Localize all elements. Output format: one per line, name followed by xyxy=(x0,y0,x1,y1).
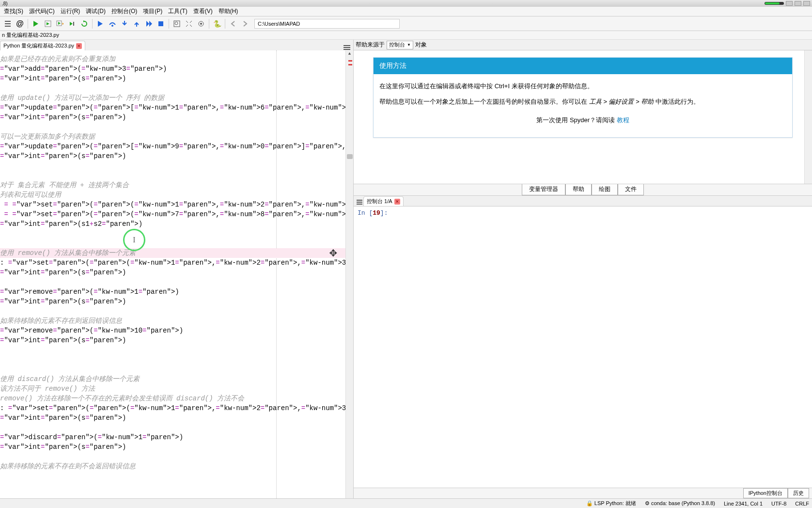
status-conda: ⚙ conda: base (Python 3.8.8) xyxy=(645,500,715,507)
step-out-icon[interactable] xyxy=(131,18,142,30)
svg-rect-23 xyxy=(357,200,362,201)
run-cell-icon[interactable] xyxy=(42,18,54,30)
code-comment: 使用 update() 方法可以一次添加一个 序列 的数据 xyxy=(0,93,353,103)
tab-history[interactable]: 历史 xyxy=(788,488,809,498)
hamburger-icon[interactable] xyxy=(344,45,350,50)
menu-tools[interactable]: 工具(T) xyxy=(165,6,190,16)
help-p1: 在这里你可以通过在编辑器或者终端中按 Ctrl+I 来获得任何对象的帮助信息。 xyxy=(379,81,786,92)
editor-tab-label: Python 量化编程基础-2023.py xyxy=(3,42,74,49)
help-p2: 帮助信息可以在一个对象之后加上一个左圆括号的时候自动显示。你可以在 工具 > 偏… xyxy=(379,96,786,107)
code-editor[interactable]: 如果是已经存在的元素则不会重复添加="var">add="paren">(="k… xyxy=(0,50,353,498)
svg-rect-24 xyxy=(357,202,362,203)
step-over-icon[interactable] xyxy=(107,18,118,30)
at-icon[interactable]: @ xyxy=(14,18,26,30)
tab-ipython-console[interactable]: IPython控制台 xyxy=(743,488,788,498)
status-eol: CRLF xyxy=(795,501,809,507)
code-line: ="var">update="paren">(="paren">[="kw-nu… xyxy=(0,103,353,112)
svg-rect-21 xyxy=(344,47,350,48)
tab-files[interactable]: 文件 xyxy=(618,183,644,195)
run-file-icon[interactable] xyxy=(30,18,42,30)
menu-help[interactable]: 帮助(H) xyxy=(216,6,241,16)
python-path-icon[interactable]: 🐍 xyxy=(211,18,223,30)
status-encoding: UTF-8 xyxy=(771,501,786,507)
forward-icon[interactable] xyxy=(239,18,251,30)
console-prompt: In [19]: xyxy=(358,209,388,217)
outline-icon[interactable] xyxy=(2,18,14,30)
continue-icon[interactable] xyxy=(143,18,155,30)
code-comment: 如果是已经存在的元素则不会重复添加 xyxy=(0,54,353,64)
menu-console[interactable]: 控制台(O) xyxy=(109,6,140,16)
statusbar: 🔒 LSP Python: 就绪 ⚙ conda: base (Python 3… xyxy=(0,498,812,508)
code-blank xyxy=(0,355,353,365)
close-button[interactable] xyxy=(803,1,810,6)
console-hamburger-icon[interactable] xyxy=(356,198,363,206)
code-line: ="var">int="paren">(s="paren">) xyxy=(0,74,353,83)
help-source-combo[interactable]: 控制台 ▼ xyxy=(387,41,413,49)
svg-marker-11 xyxy=(98,21,103,27)
editor-tab[interactable]: Python 量化编程基础-2023.py ✕ xyxy=(0,41,85,50)
run-selection-icon[interactable] xyxy=(66,18,78,30)
tab-variable-explorer[interactable]: 变量管理器 xyxy=(522,183,565,195)
toolbar: @ 🐍 C:\Users\MIAPAD xyxy=(0,16,812,31)
code-line: ="var">add="paren">(="kw-num">3="paren">… xyxy=(0,64,353,74)
debug-icon[interactable] xyxy=(94,18,106,30)
scrollbar-thumb[interactable] xyxy=(347,154,353,159)
menu-debug[interactable]: 调试(D) xyxy=(83,6,109,16)
help-body: 使用方法 在这里你可以通过在编辑器或者终端中按 Ctrl+I 来获得任何对象的帮… xyxy=(354,50,812,184)
code-blank xyxy=(0,171,353,180)
step-into-icon[interactable] xyxy=(119,18,130,30)
menu-find[interactable]: 查找(S) xyxy=(1,6,26,16)
tab-help[interactable]: 帮助 xyxy=(565,183,592,195)
code-line: ="var">update="paren">(="paren">[="kw-nu… xyxy=(0,142,353,151)
ipython-console[interactable]: In [19]: xyxy=(354,206,812,488)
help-panel-title: 使用方法 xyxy=(374,58,792,74)
menu-run[interactable]: 运行(R) xyxy=(58,6,83,16)
code-blank xyxy=(0,83,353,93)
code-blank xyxy=(0,365,353,374)
working-dir-input[interactable]: C:\Users\MIAPAD xyxy=(254,19,400,29)
code-blank xyxy=(0,345,353,355)
code-line: ="var">int="paren">(s="paren">) xyxy=(0,268,353,277)
right-tabs: 变量管理器 帮助 绘图 文件 xyxy=(354,184,812,196)
code-line: ="var">remove="paren">(="kw-num">1="pare… xyxy=(0,287,353,297)
tab-plots[interactable]: 绘图 xyxy=(592,183,618,195)
scroll-up-icon[interactable]: ▲ xyxy=(346,50,353,57)
svg-rect-2 xyxy=(5,26,11,27)
menu-project[interactable]: 项目(P) xyxy=(140,6,165,16)
tutorial-link[interactable]: 教程 xyxy=(617,116,629,124)
svg-point-17 xyxy=(175,22,178,25)
menu-source[interactable]: 源代码(C) xyxy=(26,6,58,16)
editor-scrollbar[interactable]: ▲ xyxy=(345,50,353,498)
console-tab[interactable]: 控制台 1/A ✕ xyxy=(363,196,404,206)
help-panel: 使用方法 在这里你可以通过在编辑器或者终端中按 Ctrl+I 来获得任何对象的帮… xyxy=(373,57,793,138)
svg-rect-25 xyxy=(357,204,362,205)
code-blank xyxy=(0,277,353,287)
close-icon[interactable]: ✕ xyxy=(394,199,400,205)
rerun-icon[interactable] xyxy=(78,18,90,30)
maximize-button[interactable] xyxy=(795,1,801,6)
help-scrollbar[interactable] xyxy=(804,50,812,184)
code-comment: 使用 discard() 方法从集合中移除一个元素 xyxy=(0,374,353,384)
stop-debug-icon[interactable] xyxy=(155,18,167,30)
back-icon[interactable] xyxy=(227,18,239,30)
code-line: ="var">int="paren">(s="paren">) xyxy=(0,442,353,452)
console-tab-bar: 控制台 1/A ✕ xyxy=(354,196,812,206)
code-line: ="var">int="paren">(s="paren">) xyxy=(0,297,353,306)
titlebar: .8) xyxy=(0,0,812,7)
code-blank xyxy=(0,161,353,171)
minimize-button[interactable] xyxy=(786,1,793,6)
expand-icon[interactable] xyxy=(183,18,195,30)
run-cell-advance-icon[interactable] xyxy=(54,18,66,30)
code-comment: 如果待移除的元素不存在则返回错误信息 xyxy=(0,316,353,326)
svg-marker-7 xyxy=(58,22,61,25)
menu-view[interactable]: 查看(V) xyxy=(190,6,216,16)
svg-rect-15 xyxy=(158,21,163,26)
settings-icon[interactable] xyxy=(195,18,207,30)
code-comment: 如果待移除的元素不存在则不会返回错误信息 xyxy=(0,461,353,471)
close-icon[interactable]: ✕ xyxy=(76,43,82,49)
find-icon[interactable] xyxy=(171,18,183,30)
right-pane: 帮助来源于 控制台 ▼ 对象 使用方法 在这里你可以通过在编辑器或者终端中按 C… xyxy=(354,40,812,498)
code-blank xyxy=(0,423,353,432)
console-tab-label: 控制台 1/A xyxy=(367,198,392,205)
code-comment: remove() 方法在移除一个不存在的元素时会发生错误而 discard() … xyxy=(0,394,353,403)
